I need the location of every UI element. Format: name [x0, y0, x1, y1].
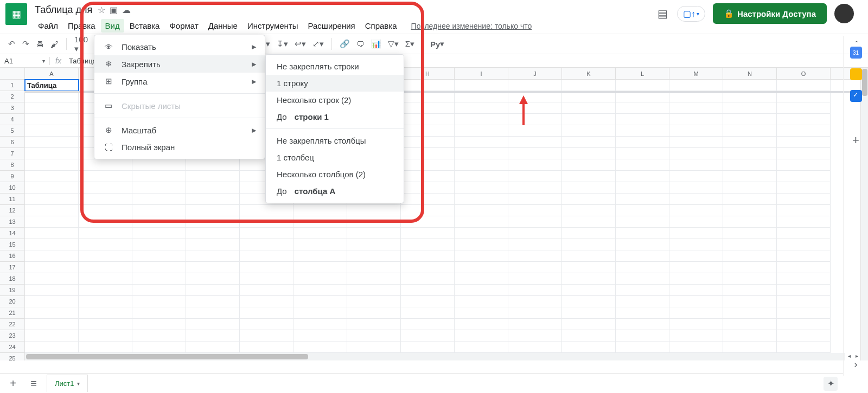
cell[interactable] [132, 307, 186, 319]
cell[interactable] [293, 239, 347, 250]
present-button[interactable]: ▢↑▾ [677, 6, 705, 22]
share-button[interactable]: 🔒 Настройки Доступа [713, 3, 827, 24]
cell[interactable] [723, 148, 777, 159]
row-header[interactable]: 6 [0, 137, 25, 148]
cell[interactable] [455, 194, 508, 205]
cell[interactable] [293, 205, 347, 216]
cell[interactable] [293, 342, 347, 353]
cell[interactable] [777, 216, 831, 228]
cell[interactable] [669, 102, 723, 114]
add-addon-button[interactable]: + [852, 133, 859, 147]
cell[interactable] [455, 125, 508, 137]
cell[interactable] [25, 216, 79, 228]
menu-правка[interactable]: Правка [63, 19, 100, 33]
cell[interactable] [455, 273, 508, 285]
select-all-corner[interactable] [0, 68, 25, 79]
cell[interactable] [777, 159, 831, 171]
cell[interactable] [723, 330, 777, 342]
cell[interactable] [455, 148, 508, 159]
row-header[interactable]: 4 [0, 114, 25, 125]
cell[interactable] [562, 102, 616, 114]
cell[interactable] [777, 148, 831, 159]
cell[interactable] [401, 137, 455, 148]
row-header[interactable]: 10 [0, 182, 25, 194]
cell[interactable] [723, 159, 777, 171]
submenu-item[interactable]: 1 строку [266, 75, 404, 92]
cell[interactable] [79, 159, 132, 171]
menu-item[interactable]: ⊞Группа▶ [94, 73, 265, 90]
column-header[interactable]: K [562, 68, 616, 79]
cell[interactable] [240, 216, 293, 228]
chart-button[interactable]: 📊 [369, 36, 384, 51]
cell[interactable] [562, 239, 616, 250]
undo-button[interactable]: ↶ [5, 36, 17, 51]
cell[interactable] [777, 239, 831, 250]
cell[interactable] [669, 125, 723, 137]
cell[interactable] [293, 228, 347, 239]
cell[interactable] [240, 228, 293, 239]
all-sheets-button[interactable]: ≡ [26, 377, 41, 390]
cell[interactable] [455, 205, 508, 216]
cell[interactable] [401, 159, 455, 171]
cell[interactable] [723, 125, 777, 137]
cell[interactable] [186, 262, 240, 273]
keep-icon[interactable] [850, 68, 862, 80]
menu-расширения[interactable]: Расширения [304, 19, 360, 33]
cell[interactable] [186, 216, 240, 228]
cell[interactable] [79, 296, 132, 307]
cell[interactable] [186, 205, 240, 216]
cell[interactable] [562, 216, 616, 228]
cell[interactable] [79, 285, 132, 296]
cell[interactable] [132, 228, 186, 239]
cell[interactable] [669, 307, 723, 319]
cell[interactable] [293, 307, 347, 319]
cell[interactable] [616, 194, 669, 205]
cell[interactable] [508, 307, 562, 319]
row-header[interactable]: 15 [0, 239, 25, 250]
cell[interactable] [132, 273, 186, 285]
cell[interactable] [723, 171, 777, 182]
cell[interactable] [508, 182, 562, 194]
calendar-icon[interactable]: 31 [850, 47, 862, 59]
cell[interactable] [723, 182, 777, 194]
cell[interactable] [562, 296, 616, 307]
cell[interactable] [25, 137, 79, 148]
cell[interactable] [562, 148, 616, 159]
cell[interactable] [25, 114, 79, 125]
document-title[interactable]: Таблица для [35, 4, 92, 16]
cell[interactable] [401, 319, 455, 330]
rotate-button[interactable]: ⤢▾ [310, 36, 326, 51]
cell[interactable] [240, 205, 293, 216]
cell[interactable] [25, 194, 79, 205]
cell[interactable] [723, 80, 777, 91]
cell[interactable] [562, 182, 616, 194]
zoom-dropdown[interactable]: 100 ▾ [72, 36, 94, 51]
cell[interactable] [79, 319, 132, 330]
cell[interactable] [401, 239, 455, 250]
cell[interactable] [777, 137, 831, 148]
row-header[interactable]: 25 [0, 353, 25, 360]
column-header[interactable]: H [401, 68, 455, 79]
row-header[interactable]: 23 [0, 330, 25, 342]
cell[interactable] [508, 125, 562, 137]
cell[interactable] [132, 194, 186, 205]
cell[interactable] [669, 296, 723, 307]
wrap-button[interactable]: ↩▾ [292, 36, 308, 51]
horizontal-scrollbar[interactable] [25, 353, 845, 360]
menu-item[interactable]: ⛶Полный экран [94, 139, 265, 156]
cell[interactable] [25, 250, 79, 262]
cell[interactable] [132, 182, 186, 194]
cell[interactable] [616, 273, 669, 285]
submenu-item[interactable]: Несколько столбцов (2) [266, 166, 404, 183]
cell[interactable] [723, 239, 777, 250]
cell[interactable] [455, 80, 508, 91]
column-header[interactable]: O [777, 68, 831, 79]
cell[interactable] [669, 205, 723, 216]
cell[interactable] [455, 228, 508, 239]
cell[interactable] [240, 273, 293, 285]
cell[interactable] [777, 125, 831, 137]
cell[interactable] [25, 307, 79, 319]
cell[interactable] [25, 171, 79, 182]
cell[interactable] [401, 216, 455, 228]
cell[interactable] [616, 296, 669, 307]
